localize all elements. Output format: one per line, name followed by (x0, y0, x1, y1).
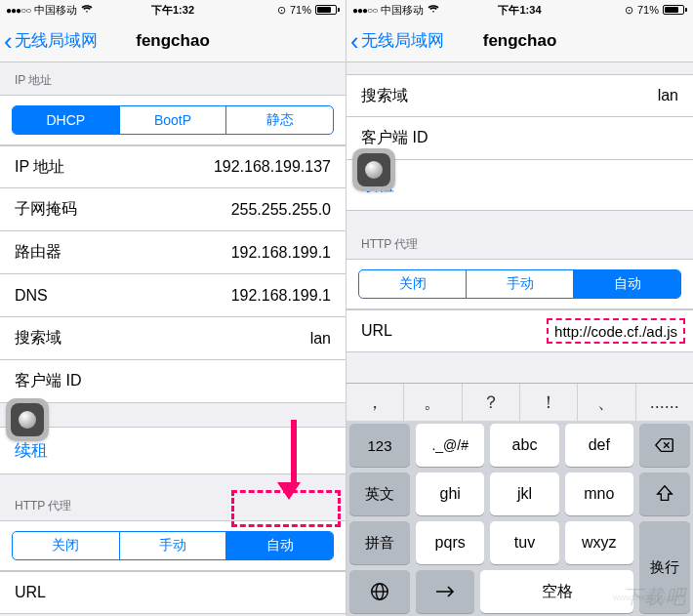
chevron-left-icon: ‹ (4, 28, 13, 54)
status-bar: ●●●○○ 中国移动 下午1:34 ⊙ 71% (346, 0, 693, 20)
battery-pct: 71% (290, 4, 311, 16)
key-jkl[interactable]: jkl (490, 472, 558, 515)
right-panel: ●●●○○ 中国移动 下午1:34 ⊙ 71% ‹ 无线局域网 fengchao… (346, 0, 693, 616)
ip-mode-row: DHCP BootP 静态 (0, 95, 346, 145)
key-pqrs[interactable]: pqrs (416, 521, 484, 564)
seg-proxy-auto[interactable]: 自动 (574, 270, 680, 298)
ip-detail-list: IP 地址 192.168.199.137 子网掩码 255.255.255.0… (0, 145, 346, 403)
chevron-left-icon: ‹ (350, 28, 359, 54)
row-url[interactable]: URL (0, 571, 346, 614)
row-mask[interactable]: 子网掩码 255.255.255.0 (0, 188, 346, 231)
carrier-label: 中国移动 (34, 3, 77, 18)
key-backspace[interactable] (639, 424, 690, 467)
back-button[interactable]: ‹ 无线局域网 (346, 28, 444, 54)
key-abc[interactable]: abc (490, 424, 558, 467)
seg-dhcp[interactable]: DHCP (13, 106, 120, 134)
key-mno[interactable]: mno (565, 472, 633, 515)
key-ghi[interactable]: ghi (416, 472, 484, 515)
row-ip[interactable]: IP 地址 192.168.199.137 (0, 145, 346, 188)
seg-proxy-manual[interactable]: 手动 (467, 270, 574, 298)
battery-icon (315, 5, 340, 15)
row-client-id[interactable]: 客户端 ID (346, 117, 693, 160)
seg-bootp[interactable]: BootP (120, 106, 227, 134)
seg-proxy-off[interactable]: 关闭 (359, 270, 467, 298)
key-pinyin[interactable]: 拼音 (349, 521, 410, 564)
renew-row[interactable]: 续租 (346, 160, 693, 211)
nav-title: fengchao (483, 31, 557, 51)
globe-icon (369, 581, 390, 602)
assistive-touch-button[interactable] (352, 148, 395, 191)
key-tuv[interactable]: tuv (490, 521, 558, 564)
proxy-section-header: HTTP 代理 (0, 488, 346, 520)
kb-hint[interactable]: 、 (578, 384, 635, 421)
seg-proxy-manual[interactable]: 手动 (120, 532, 227, 559)
key-shift[interactable] (639, 472, 690, 515)
shift-icon (654, 483, 675, 505)
proxy-mode-row: 关闭 手动 自动 (346, 259, 693, 309)
key-space[interactable]: 空格 (480, 570, 633, 613)
kb-hint[interactable]: ！ (520, 384, 578, 421)
kb-hint[interactable]: 。 (404, 384, 462, 421)
assistive-dot-icon (19, 411, 36, 429)
key-123[interactable]: 123 (349, 424, 410, 467)
backspace-icon (654, 434, 675, 456)
left-panel: ●●●○○ 中国移动 下午1:32 ⊙ 71% ‹ 无线局域网 fengchao… (0, 0, 346, 616)
ip-section-header: IP 地址 (0, 62, 346, 95)
row-search-domain[interactable]: 搜索域 lan (0, 317, 346, 360)
ip-mode-segmented[interactable]: DHCP BootP 静态 (12, 105, 334, 135)
proxy-section-header: HTTP 代理 (346, 226, 693, 259)
carrier-label: 中国移动 (381, 3, 424, 18)
row-router[interactable]: 路由器 192.168.199.1 (0, 231, 346, 274)
proxy-mode-row: 关闭 手动 自动 (0, 520, 346, 571)
battery-icon (663, 5, 687, 15)
kb-hint[interactable]: ...... (636, 384, 693, 421)
url-input[interactable]: http://code.cf./ad.js (547, 318, 685, 344)
nav-title: fengchao (136, 31, 210, 51)
row-client-id[interactable]: 客户端 ID (0, 360, 346, 403)
alarm-icon: ⊙ (277, 4, 286, 17)
alarm-icon: ⊙ (625, 4, 633, 17)
row-label: IP 地址 (15, 157, 64, 178)
nav-bar: ‹ 无线局域网 fengchao (0, 20, 346, 62)
battery-pct: 71% (637, 4, 659, 16)
keyboard-suggestions: ， 。 ？ ！ 、 ...... (346, 384, 693, 421)
key-arrow[interactable] (416, 570, 474, 613)
renew-link[interactable]: 续租 (15, 441, 48, 460)
key-return[interactable]: 换行 (639, 521, 690, 613)
seg-static[interactable]: 静态 (226, 106, 333, 134)
status-time: 下午1:32 (151, 3, 194, 18)
arrow-right-icon (434, 585, 456, 598)
proxy-mode-segmented[interactable]: 关闭 手动 自动 (12, 531, 334, 560)
signal-dots: ●●●○○ (6, 5, 30, 16)
kb-hint[interactable]: ， (346, 384, 404, 421)
wifi-icon (428, 4, 439, 16)
key-english[interactable]: 英文 (349, 472, 410, 515)
row-dns[interactable]: DNS 192.168.199.1 (0, 274, 346, 317)
renew-row[interactable]: 续租 (0, 427, 346, 474)
key-wxyz[interactable]: wxyz (565, 521, 633, 564)
signal-dots: ●●●○○ (352, 5, 377, 16)
status-time: 下午1:34 (498, 3, 541, 18)
assistive-dot-icon (365, 161, 383, 179)
key-globe[interactable] (349, 570, 410, 613)
assistive-touch-button[interactable] (6, 398, 49, 441)
wifi-icon (81, 4, 93, 16)
back-button[interactable]: ‹ 无线局域网 (0, 28, 98, 54)
nav-bar: ‹ 无线局域网 fengchao (346, 20, 693, 62)
seg-proxy-off[interactable]: 关闭 (13, 532, 120, 559)
seg-proxy-auto[interactable]: 自动 (226, 532, 333, 559)
key-def[interactable]: def (565, 424, 633, 467)
row-value: 192.168.199.137 (214, 158, 331, 176)
kb-hint[interactable]: ？ (463, 384, 520, 421)
status-bar: ●●●○○ 中国移动 下午1:32 ⊙ 71% (0, 0, 346, 20)
keyboard: ， 。 ？ ！ 、 ...... 123 英文 拼音 ._@/# abc def (346, 383, 693, 616)
back-label: 无线局域网 (15, 29, 98, 52)
proxy-mode-segmented[interactable]: 关闭 手动 自动 (358, 269, 681, 299)
row-url[interactable]: URL http://code.cf./ad.js (346, 309, 693, 352)
back-label: 无线局域网 (361, 29, 444, 52)
key-punct[interactable]: ._@/# (416, 424, 484, 467)
row-search-domain[interactable]: 搜索域 lan (346, 74, 693, 117)
